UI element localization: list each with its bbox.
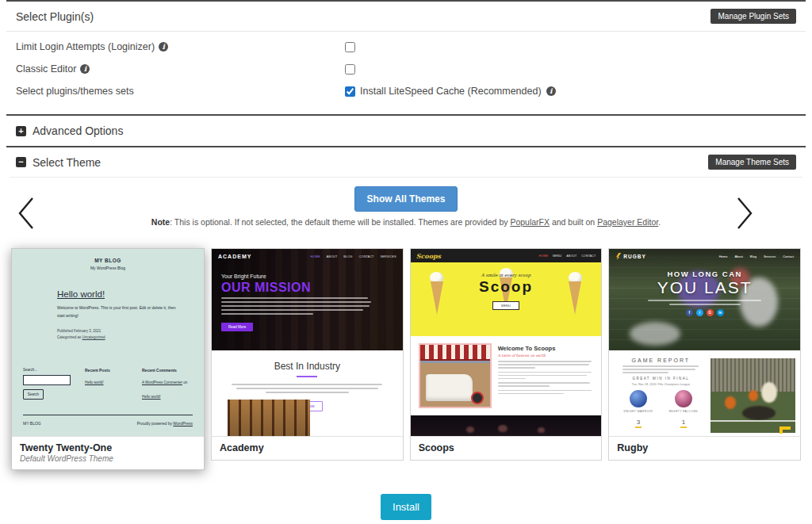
info-icon[interactable]: i <box>80 64 90 74</box>
tt1-post-meta: Published February 3, 2021 Categorized a… <box>57 328 172 341</box>
rugby-report-subtitle: GREAT WIN IN FINAL <box>615 377 706 381</box>
theme-card-academy[interactable]: ACADEMY HOMEABOUTBLOGCONTACTSERVICES You… <box>211 248 404 461</box>
tt1-meta-categorized: Categorized as <box>57 335 82 339</box>
theme-card-rugby[interactable]: RUGBY HomeAboutBlogServicesContact HOW L… <box>608 248 801 461</box>
scoops-welcome-title: Welcome To Scoops <box>498 345 592 352</box>
scoops-nav: HOMEMENUABOUTCONTACT <box>539 254 596 258</box>
litespeed-checkbox[interactable] <box>345 86 355 97</box>
tt1-category-link: Uncategorized <box>82 335 105 339</box>
scoops-card-label: Scoops <box>411 436 602 460</box>
carousel-prev-icon[interactable] <box>16 196 36 233</box>
tt1-recent-posts-title: Recent Posts <box>85 368 142 373</box>
classic-editor-checkbox[interactable] <box>345 64 355 75</box>
scoops-preview: Scoops HOMEMENUABOUTCONTACT A smile in e… <box>411 249 602 436</box>
select-theme-section: − Select Theme Manage Theme Sets Show Al… <box>6 146 806 470</box>
show-all-themes-button[interactable]: Show All Themes <box>354 186 458 212</box>
carousel-next-icon[interactable] <box>734 196 755 233</box>
theme-subtitle: Default WordPress Theme <box>20 454 196 463</box>
placeholder-text-lines <box>622 365 699 373</box>
tt1-comment-post-link: Hello world! <box>142 395 161 399</box>
collapse-minus-icon[interactable]: − <box>16 157 26 167</box>
team2-avatar <box>675 390 692 407</box>
loginizer-checkbox[interactable] <box>345 42 355 52</box>
academy-hero-kicker: Your Bright Future <box>221 273 374 279</box>
install-button[interactable]: Install <box>381 494 431 520</box>
select-theme-title: Select Theme <box>33 156 101 169</box>
tt1-footer-site: MY BLOG <box>23 421 41 426</box>
tt1-comment-author-link: A WordPress Commenter <box>142 381 182 384</box>
rugby-game-photo <box>710 358 795 433</box>
expand-plus-icon[interactable]: + <box>16 126 26 136</box>
scoops-cart-image <box>419 343 492 408</box>
select-plugins-section: Select Plugin(s) Manage Plugin Sets Limi… <box>6 0 806 114</box>
info-icon[interactable]: i <box>546 86 556 96</box>
rugby-hero-line1: HOW LONG CAN <box>609 270 800 278</box>
scoops-logo: Scoops <box>416 252 441 260</box>
scoops-menu-button: MENU <box>492 301 519 310</box>
linkedin-icon: in <box>717 309 724 316</box>
academy-atrium-image <box>228 400 310 436</box>
team2-score: 1 <box>680 419 687 428</box>
tt1-comment-on: on <box>182 381 187 384</box>
popularfx-link[interactable]: PopularFX <box>510 217 550 227</box>
rugby-report-title: GAME REPORT <box>615 358 706 363</box>
note-prefix: Note <box>151 217 170 227</box>
tt1-site-tagline: My WordPress Blog <box>12 266 204 270</box>
tt1-post-title: Hello world! <box>57 289 172 299</box>
googleplus-icon: G <box>707 309 714 316</box>
plugin-row-label: Classic Editor <box>16 63 76 75</box>
installer-page: Select Plugin(s) Manage Plugin Sets Limi… <box>6 0 806 524</box>
rugby-hero-line2: YOU LAST <box>609 278 800 297</box>
scoops-footer-image <box>411 415 602 436</box>
litespeed-label: Install LiteSpeed Cache (Recommended) <box>360 86 542 97</box>
academy-logo: ACADEMY <box>218 254 251 259</box>
rugby-social-icons: f t G in <box>609 309 800 316</box>
scoops-hero-title: Scoop <box>411 278 602 296</box>
select-plugins-title: Select Plugin(s) <box>16 10 94 23</box>
theme-card-twenty-twenty-one[interactable]: MY BLOG My WordPress Blog Hello world! W… <box>11 248 205 470</box>
placeholder-text-lines <box>498 390 592 395</box>
plugin-row-label: Select plugins/themes sets <box>16 86 134 97</box>
tt1-search-button: Search <box>23 389 44 400</box>
placeholder-text-lines <box>498 361 592 369</box>
academy-hero-title: OUR MISSION <box>221 281 374 295</box>
advanced-options-title: Advanced Options <box>33 124 123 137</box>
rugby-team1: KNIGHT WARRIOR 3 <box>624 390 653 428</box>
theme-name: Academy <box>220 442 395 453</box>
manage-theme-sets-button[interactable]: Manage Theme Sets <box>708 155 796 170</box>
rugby-card-label: Rugby <box>609 436 800 460</box>
placeholder-text-lines <box>232 384 382 393</box>
manage-plugin-sets-button[interactable]: Manage Plugin Sets <box>710 9 796 24</box>
theme-note: Note: This is optional. If not selected,… <box>6 217 806 227</box>
tt1-meta-published: Published February 3, 2021 <box>57 328 172 335</box>
tt1-preview: MY BLOG My WordPress Blog Hello world! W… <box>12 249 204 436</box>
rugby-report-date: Tue, Nov 18, 2020: Fifa Champions League <box>615 383 706 386</box>
tt1-card-label: Twenty Twenty-One Default WordPress Them… <box>12 436 204 469</box>
rugby-corner-accent <box>779 426 791 434</box>
tt1-site-title: MY BLOG <box>12 258 204 263</box>
twitter-icon: t <box>696 309 703 316</box>
rugby-player-icon <box>615 253 621 260</box>
academy-card-label: Academy <box>212 436 403 460</box>
plugin-row-label: Limit Login Attempts (Loginizer) <box>16 41 155 52</box>
advanced-options-toggle[interactable]: + Advanced Options <box>6 114 806 146</box>
plugin-row-sets: Select plugins/themes sets Install LiteS… <box>6 80 806 102</box>
scoops-hero-script: A smile in every scoop <box>411 262 602 277</box>
note-text: and built on <box>550 217 597 227</box>
info-icon[interactable]: i <box>159 42 168 52</box>
plugin-row-classic-editor: Classic Editor i <box>6 58 806 80</box>
plugin-row-loginizer: Limit Login Attempts (Loginizer) i <box>6 36 806 58</box>
theme-name: Twenty Twenty-One <box>20 442 196 453</box>
tt1-footer-credit: Proudly powered by WordPress <box>137 421 193 426</box>
note-text: . <box>658 217 661 227</box>
tt1-search-label: Search... <box>23 368 85 372</box>
placeholder-text-lines <box>498 372 592 380</box>
pagelayer-editor-link[interactable]: Pagelayer Editor <box>597 217 658 227</box>
theme-name: Rugby <box>617 442 792 453</box>
tt1-recent-post-link: Hello world! <box>85 381 104 384</box>
rugby-logo: RUGBY <box>615 253 645 260</box>
tt1-post-body: Welcome to WordPress. This is your first… <box>57 304 176 319</box>
theme-carousel-toolbar: Show All Themes Note: This is optional. … <box>6 186 806 241</box>
theme-card-scoops[interactable]: Scoops HOMEMENUABOUTCONTACT A smile in e… <box>410 248 603 461</box>
note-text: : This is optional. If not selected, the… <box>170 217 510 227</box>
